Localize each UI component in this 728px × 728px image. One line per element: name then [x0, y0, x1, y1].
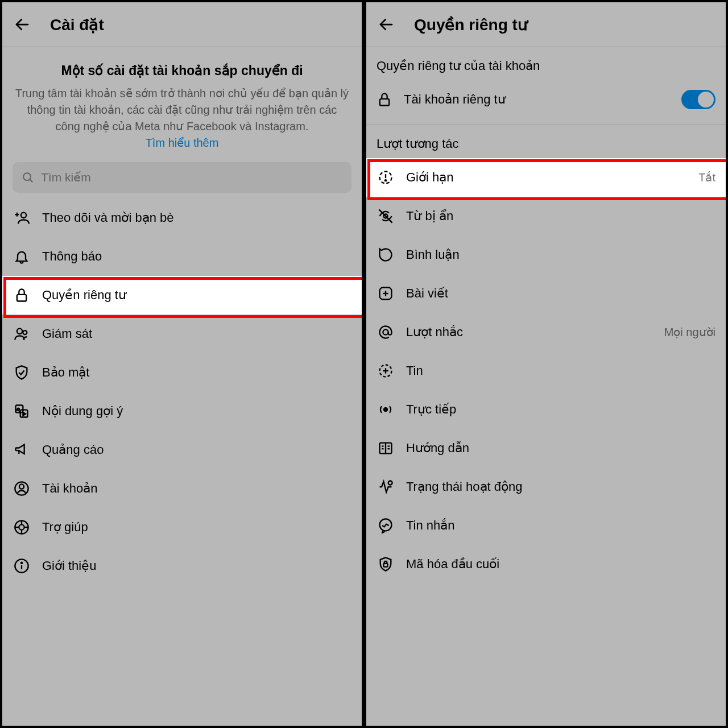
left-menu-item-3[interactable]: Giám sát [2, 315, 362, 353]
svg-point-7 [17, 329, 22, 334]
private-account-label: Tài khoản riêng tư [404, 92, 670, 107]
right-menu-item-2[interactable]: Bình luận [366, 235, 726, 274]
search-input[interactable] [41, 171, 342, 184]
page-title: Quyền riêng tư [414, 15, 528, 34]
menu-item-label: Lượt nhắc [406, 325, 653, 340]
menu-item-label: Trợ giúp [42, 520, 351, 535]
left-menu-item-6[interactable]: Quảng cáo [2, 431, 362, 469]
right-menu-item-7[interactable]: Hướng dẫn [366, 429, 726, 468]
page-title: Cài đặt [50, 15, 104, 34]
learn-more-link[interactable]: Tìm hiểu thêm [146, 136, 219, 150]
help-icon [13, 518, 31, 536]
left-menu-item-8[interactable]: Trợ giúp [2, 508, 362, 547]
left-menu-item-5[interactable]: Nội dung gợi ý [2, 392, 362, 431]
person-plus-icon [13, 209, 31, 227]
menu-item-label: Bình luận [406, 247, 715, 262]
menu-item-label: Quảng cáo [42, 442, 351, 457]
left-menu-item-1[interactable]: Thông báo [2, 237, 362, 276]
settings-menu: Theo dõi và mời bạn bèThông báoQuyền riê… [2, 198, 362, 585]
right-header: Quyền riêng tư [366, 2, 726, 47]
privacy-menu: Giới hạnTắtTừ bị ẩnBình luậnBài viếtLượt… [366, 158, 726, 584]
live-icon [377, 400, 395, 419]
menu-item-label: Tin [406, 363, 715, 378]
svg-rect-46 [384, 564, 388, 567]
post-icon [377, 284, 395, 303]
left-panel: Cài đặt Một số cài đặt tài khoản sắp chu… [0, 0, 364, 728]
right-menu-item-5[interactable]: Tin [366, 351, 726, 390]
activity-icon [377, 478, 395, 496]
menu-item-label: Bảo mật [42, 365, 351, 380]
search-icon [22, 171, 34, 184]
info-icon [13, 557, 31, 575]
right-menu-item-3[interactable]: Bài viết [366, 274, 726, 313]
right-menu-item-10[interactable]: Mã hóa đầu cuối [366, 545, 726, 584]
info-title: Một số cài đặt tài khoản sắp chuyển đi [15, 63, 349, 78]
menu-item-label: Trạng thái hoạt động [406, 479, 715, 494]
svg-point-37 [384, 408, 387, 411]
back-icon[interactable] [377, 15, 396, 34]
info-text: Trung tâm tài khoản sẽ sớm trở thành nơi… [15, 85, 349, 135]
lock-icon [13, 286, 31, 304]
menu-item-label: Tài khoản [42, 481, 351, 496]
right-menu-item-8[interactable]: Trạng thái hoạt động [366, 468, 726, 506]
menu-item-label: Trực tiếp [406, 402, 715, 417]
megaphone-icon [13, 441, 31, 459]
info-block: Một số cài đặt tài khoản sắp chuyển đi T… [2, 47, 362, 162]
search-box[interactable] [13, 162, 351, 193]
svg-rect-25 [380, 99, 389, 106]
encrypt-icon [377, 555, 395, 573]
back-icon[interactable] [13, 15, 32, 34]
limits-icon [377, 168, 395, 187]
left-menu-item-0[interactable]: Theo dõi và mời bạn bè [2, 198, 362, 237]
right-menu-item-6[interactable]: Trực tiếp [366, 390, 726, 429]
right-menu-item-0[interactable]: Giới hạnTắt [366, 158, 726, 197]
menu-item-label: Thông báo [42, 249, 351, 264]
people-icon [13, 325, 31, 343]
svg-point-1 [23, 173, 31, 180]
svg-point-33 [383, 329, 388, 334]
menu-item-label: Giám sát [42, 326, 351, 341]
menu-item-value: Tắt [698, 171, 715, 184]
svg-point-16 [19, 524, 24, 530]
menu-item-label: Theo dõi và mời bạn bè [42, 210, 351, 225]
shield-icon [13, 363, 31, 382]
content-icon [13, 402, 31, 420]
lock-icon [377, 92, 392, 107]
menu-item-value: Mọi người [664, 325, 715, 339]
menu-item-label: Từ bị ẩn [406, 209, 715, 224]
svg-rect-6 [17, 295, 26, 301]
guide-icon [377, 439, 395, 457]
section-account-privacy: Quyền riêng tư của tài khoản [366, 47, 726, 80]
menu-item-label: Tin nhắn [406, 518, 715, 533]
svg-point-5 [21, 213, 26, 218]
left-menu-item-9[interactable]: Giới thiệu [2, 547, 362, 585]
story-icon [377, 362, 395, 380]
right-panel: Quyền riêng tư Quyền riêng tư của tài kh… [364, 0, 728, 728]
comment-icon [377, 246, 395, 264]
left-menu-item-2[interactable]: Quyền riêng tư [2, 276, 362, 315]
messages-icon [377, 516, 395, 535]
right-menu-item-1[interactable]: Từ bị ẩn [366, 197, 726, 235]
svg-point-28 [385, 180, 386, 181]
account-icon [13, 479, 31, 498]
bell-icon [13, 247, 31, 266]
private-account-toggle[interactable] [681, 90, 715, 109]
left-menu-item-7[interactable]: Tài khoản [2, 469, 362, 508]
right-menu-item-9[interactable]: Tin nhắn [366, 506, 726, 545]
menu-item-label: Mã hóa đầu cuối [406, 557, 715, 572]
menu-item-label: Hướng dẫn [406, 441, 715, 456]
private-account-row: Tài khoản riêng tư [366, 80, 726, 119]
svg-point-44 [388, 481, 392, 485]
menu-item-label: Bài viết [406, 286, 715, 301]
section-interactions: Lượt tương tác [366, 125, 726, 158]
svg-marker-12 [23, 412, 26, 416]
menu-item-label: Quyền riêng tư [42, 288, 351, 303]
menu-item-label: Giới hạn [406, 170, 687, 185]
right-menu-item-4[interactable]: Lượt nhắcMọi người [366, 313, 726, 351]
svg-line-2 [30, 180, 33, 183]
hidden-icon [377, 207, 395, 225]
left-menu-item-4[interactable]: Bảo mật [2, 353, 362, 392]
menu-item-label: Nội dung gợi ý [42, 404, 351, 419]
svg-point-23 [21, 562, 22, 564]
left-header: Cài đặt [2, 2, 362, 47]
